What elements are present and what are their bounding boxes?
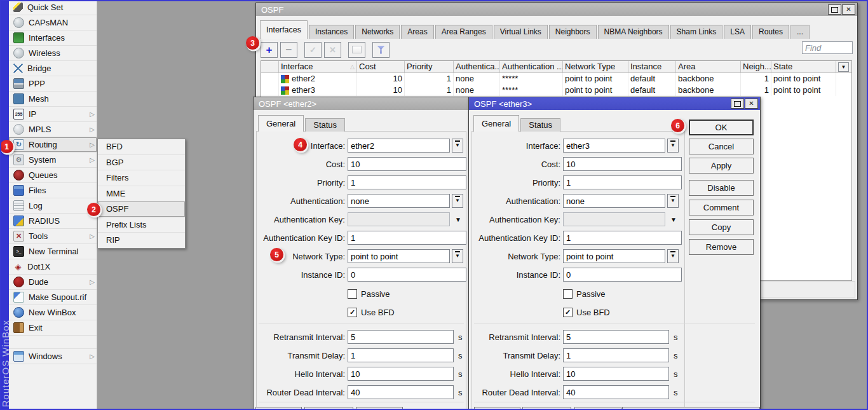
ok-button[interactable]: OK	[689, 120, 754, 135]
tab-status[interactable]: Status	[520, 118, 560, 132]
field-input-transmit-delay[interactable]	[563, 348, 669, 362]
field-input-priority[interactable]	[563, 175, 682, 189]
tab-general[interactable]: General	[473, 115, 519, 132]
dialog-titlebar[interactable]: OSPF <ether3>✕	[469, 97, 760, 110]
column-header-authentication[interactable]: Authentication ...	[500, 61, 563, 72]
sidebar-item-dot1x[interactable]: ◈Dot1X	[9, 259, 97, 275]
table-row-ether3[interactable]: ether3101none*****point to pointdefaultb…	[261, 85, 851, 96]
checkbox-use-bfd[interactable]: ✓	[563, 308, 573, 317]
checkbox-use-bfd[interactable]: ✓	[348, 308, 357, 317]
maximize-button[interactable]	[731, 99, 744, 109]
dropdown-button[interactable]: ▼	[452, 249, 463, 263]
sidebar-item-ppp[interactable]: PPP	[9, 76, 97, 92]
sidebar-item-tools[interactable]: ✕Tools▷	[9, 229, 97, 244]
sidebar-item-quick-set[interactable]: Quick Set	[9, 0, 97, 15]
tab-lsa[interactable]: LSA	[724, 25, 751, 39]
tab-nbma-neighbors[interactable]: NBMA Neighbors	[598, 25, 669, 39]
tab-sham-links[interactable]: Sham Links	[670, 25, 723, 39]
column-header-priority[interactable]: Priority	[405, 61, 454, 72]
submenu-item-prefix-lists[interactable]: Prefix Lists	[98, 217, 185, 233]
tab-interfaces[interactable]: Interfaces	[260, 20, 308, 39]
sidebar-item-bridge[interactable]: Bridge	[9, 61, 97, 76]
dropdown-button[interactable]: ▼	[667, 139, 679, 153]
field-input-hello-interval[interactable]	[563, 367, 669, 381]
sidebar-item-new-winbox[interactable]: New WinBox	[9, 305, 97, 320]
field-input-transmit-delay[interactable]	[348, 348, 454, 362]
dropdown-button[interactable]: ▼	[667, 194, 679, 208]
tab-status[interactable]: Status	[305, 118, 345, 132]
checkbox-passive[interactable]	[563, 289, 573, 299]
field-input-retransmit-interval[interactable]	[563, 330, 669, 344]
column-header-instance[interactable]: Instance	[628, 61, 676, 72]
sidebar-item-new-terminal[interactable]: >_New Terminal	[9, 244, 97, 259]
field-input-instance-id[interactable]	[563, 268, 682, 282]
tab-area-ranges[interactable]: Area Ranges	[435, 25, 492, 39]
column-header-interface[interactable]: Interface△	[279, 61, 357, 72]
column-header-neigh[interactable]: Neigh...	[741, 61, 771, 72]
sidebar-item-dude[interactable]: Dude▷	[9, 275, 97, 290]
sidebar-item-exit[interactable]: Exit	[9, 320, 97, 336]
dropdown-button[interactable]: ▼	[667, 249, 679, 263]
tab-item[interactable]: ...	[790, 25, 810, 39]
tab-routes[interactable]: Routes	[752, 25, 789, 39]
field-input-router-dead-interval[interactable]	[563, 385, 669, 399]
submenu-item-ospf[interactable]: OSPF	[98, 202, 185, 217]
field-input-instance-id[interactable]	[348, 268, 466, 282]
dialog-titlebar[interactable]: OSPF <ether2>	[254, 97, 469, 110]
remove-button[interactable]: Remove	[689, 239, 754, 255]
submenu-item-filters[interactable]: Filters	[98, 170, 185, 186]
tab-virtual-links[interactable]: Virtual Links	[494, 25, 548, 39]
apply-button[interactable]: Apply	[689, 158, 754, 174]
sidebar-item-radius[interactable]: RADIUS	[9, 214, 97, 229]
add-button[interactable]: +	[261, 42, 278, 58]
sidebar-item-make-supout-rif[interactable]: Make Supout.rif	[9, 290, 97, 305]
column-header-cost[interactable]: Cost	[357, 61, 405, 72]
dropdown-button[interactable]: ▼	[452, 139, 463, 153]
sidebar-item-mesh[interactable]: Mesh	[9, 92, 97, 107]
disable-button[interactable]: Disable	[689, 180, 754, 196]
sidebar-item-mpls[interactable]: MPLS▷	[9, 122, 97, 137]
field-input-cost[interactable]	[348, 157, 466, 171]
field-input-authentication[interactable]	[563, 194, 665, 208]
submenu-item-mme[interactable]: MME	[98, 186, 185, 202]
dropdown-button[interactable]: ▼	[452, 194, 463, 208]
sidebar-item-interfaces[interactable]: Interfaces	[9, 31, 97, 46]
field-input-interface[interactable]	[563, 139, 665, 153]
submenu-item-bfd[interactable]: BFD	[98, 139, 185, 155]
table-row-ether2[interactable]: ether2101none*****point to pointdefaultb…	[261, 73, 851, 85]
close-button[interactable]: ✕	[842, 4, 855, 15]
field-input-retransmit-interval[interactable]	[348, 330, 454, 344]
find-input[interactable]	[802, 41, 853, 54]
field-input-network-type[interactable]	[563, 249, 665, 263]
field-input-authentication-key-id[interactable]	[348, 231, 466, 245]
field-input-interface[interactable]	[348, 139, 450, 153]
field-input-cost[interactable]	[563, 157, 682, 171]
submenu-item-rip[interactable]: RIP	[98, 233, 185, 248]
tab-instances[interactable]: Instances	[309, 25, 354, 39]
column-header-area[interactable]: Area	[676, 61, 741, 72]
sidebar-item-system[interactable]: ⚙System▷	[9, 153, 97, 168]
tab-areas[interactable]: Areas	[401, 25, 433, 39]
tab-networks[interactable]: Networks	[355, 25, 400, 39]
maximize-button[interactable]	[828, 4, 841, 15]
ospf-window-titlebar[interactable]: OSPF ✕	[256, 3, 857, 16]
checkbox-passive[interactable]	[348, 289, 357, 299]
field-input-network-type[interactable]	[348, 249, 450, 263]
sidebar-item-wireless[interactable]: Wireless	[9, 46, 97, 61]
column-menu-button[interactable]: ▼	[838, 62, 849, 72]
field-input-router-dead-interval[interactable]	[348, 385, 454, 399]
field-input-priority[interactable]	[348, 175, 466, 189]
sidebar-item-log[interactable]: Log	[9, 198, 97, 214]
sidebar-item-ip[interactable]: 255IP▷	[9, 107, 97, 122]
field-input-hello-interval[interactable]	[348, 367, 454, 381]
field-input-authentication[interactable]	[348, 194, 450, 208]
column-header-state[interactable]: State	[771, 61, 836, 72]
comment-button[interactable]: Comment	[689, 200, 754, 215]
cancel-button[interactable]: Cancel	[689, 139, 754, 154]
tab-general[interactable]: General	[258, 115, 304, 132]
sidebar-item-windows[interactable]: Windows▷	[9, 349, 97, 364]
column-header-authentica[interactable]: Authentica...	[454, 61, 500, 72]
field-input-authentication-key-id[interactable]	[563, 231, 682, 245]
close-button[interactable]: ✕	[745, 99, 758, 109]
copy-button[interactable]: Copy	[689, 219, 754, 235]
